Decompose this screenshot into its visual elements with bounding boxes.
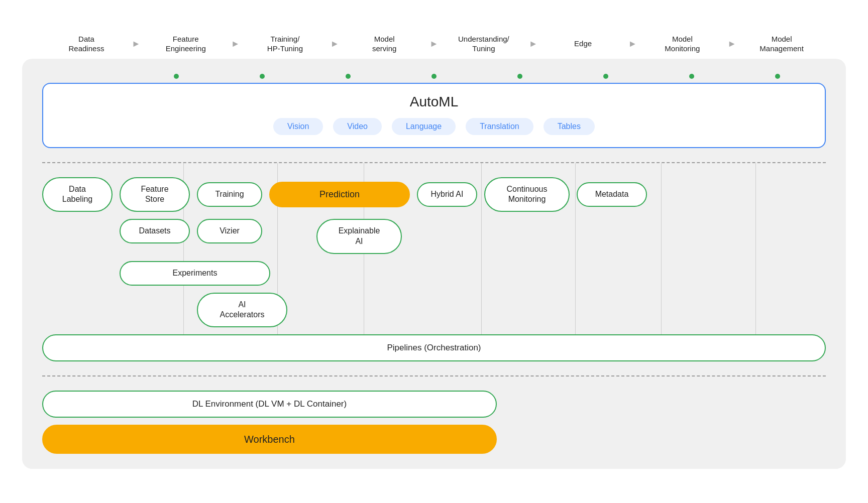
pipeline-step-understanding: Understanding/ Tuning <box>440 34 528 54</box>
chip-pipelines: Pipelines (Orchestration) <box>42 334 826 361</box>
dot-col-2 <box>133 74 219 79</box>
arrow-7: ► <box>727 39 736 49</box>
chip-continuous-monitoring: ContinuousMonitoring <box>484 177 570 212</box>
vertex-row-4: AIAccelerators <box>42 293 826 328</box>
chip-hybrid-ai: Hybrid AI <box>417 182 477 207</box>
pipeline-step-model-serving: Model serving <box>340 34 428 54</box>
arrow-4: ► <box>429 39 439 49</box>
automl-chips: Vision Video Language Translation Tables <box>58 118 810 135</box>
automl-chip-tables: Tables <box>544 118 595 135</box>
dashed-divider-2 <box>42 375 826 376</box>
chip-experiments: Experiments <box>120 261 270 286</box>
chip-vizier: Vizier <box>197 219 262 243</box>
vertex-row-2: Datasets Vizier ExplainableAI <box>42 219 826 254</box>
bottom-chips: DL Environment (DL VM + DL Container) Wo… <box>42 391 826 454</box>
bottom-section: DL Environment (DL VM + DL Container) Wo… <box>42 391 826 454</box>
dots-row <box>42 74 826 79</box>
pipeline-step-edge: Edge <box>539 39 627 49</box>
chip-datasets: Datasets <box>120 219 190 243</box>
dot-8 <box>689 74 694 79</box>
dot-2 <box>174 74 179 79</box>
dot-col-7 <box>563 74 649 79</box>
dot-7 <box>603 74 608 79</box>
dot-col-5 <box>391 74 477 79</box>
automl-chip-vision: Vision <box>273 118 323 135</box>
automl-chip-language: Language <box>392 118 456 135</box>
pipeline-step-feature-engineering: Feature Engineering <box>142 34 230 54</box>
chip-metadata: Metadata <box>577 182 647 207</box>
chip-dl-env: DL Environment (DL VM + DL Container) <box>42 391 497 418</box>
chip-feature-store: FeatureStore <box>120 177 190 212</box>
dot-3 <box>260 74 265 79</box>
dashed-divider-1 <box>42 162 826 163</box>
pipeline-step-data-readiness: Data Readiness <box>42 34 131 54</box>
dot-5 <box>431 74 437 79</box>
dot-col-1 <box>47 74 133 79</box>
diagram-container: Data Readiness ► Feature Engineering ► T… <box>22 34 846 469</box>
chip-training: Training <box>197 182 262 207</box>
arrow-1: ► <box>132 39 141 49</box>
automl-chip-video: Video <box>333 118 382 135</box>
dot-col-3 <box>219 74 305 79</box>
chip-prediction: Prediction <box>269 182 410 207</box>
automl-chip-translation: Translation <box>466 118 533 135</box>
chip-ai-accelerators: AIAccelerators <box>197 293 287 328</box>
arrow-3: ► <box>330 39 339 49</box>
dot-4 <box>346 74 351 79</box>
dot-col-9 <box>735 74 821 79</box>
automl-title: AutoML <box>58 94 810 110</box>
dot-9 <box>775 74 780 79</box>
arrow-6: ► <box>628 39 637 49</box>
chip-data-labeling: DataLabeling <box>42 177 113 212</box>
dot-col-4 <box>305 74 391 79</box>
main-diagram: AutoML Vision Video Language Translation… <box>22 59 846 469</box>
dot-6 <box>517 74 522 79</box>
vertex-row-3: Experiments <box>42 261 826 286</box>
vertex-section: DataLabeling FeatureStore Training Predi… <box>42 177 826 362</box>
pipeline-header: Data Readiness ► Feature Engineering ► T… <box>22 34 846 54</box>
dot-col-6 <box>477 74 563 79</box>
automl-section: AutoML Vision Video Language Translation… <box>42 83 826 148</box>
arrow-2: ► <box>231 39 240 49</box>
pipeline-step-training: Training/ HP-Tuning <box>241 34 329 54</box>
arrow-5: ► <box>529 39 538 49</box>
pipelines-row: Pipelines (Orchestration) <box>42 334 826 361</box>
vertex-row-1: DataLabeling FeatureStore Training Predi… <box>42 177 826 212</box>
chip-workbench: Workbench <box>42 425 497 454</box>
pipeline-step-model-monitoring: Model Monitoring <box>638 34 726 54</box>
pipeline-step-model-management: Model Management <box>737 34 826 54</box>
chip-explainable-ai: ExplainableAI <box>316 219 402 254</box>
dot-col-8 <box>649 74 735 79</box>
